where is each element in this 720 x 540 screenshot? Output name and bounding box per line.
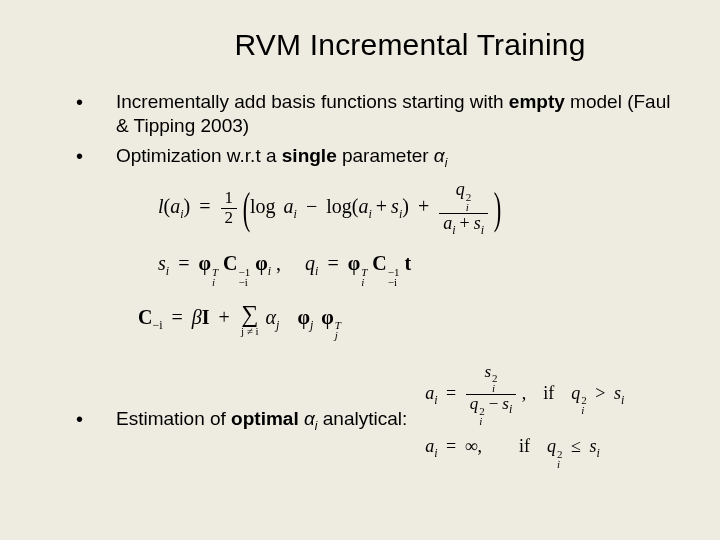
equation-s-q: si = φTi C−1−i φi , qi = φTi C−1−i t: [158, 244, 672, 287]
bullet-3-alpha: α: [304, 408, 315, 429]
bullet-2-bold: single: [282, 145, 337, 166]
equation-C: C−i = βI + ∑j ≠ i αj φjφTj: [138, 298, 672, 341]
equation-block: l(ai) = 12 (logai − log(ai+si) + q2iai+s…: [158, 180, 672, 341]
slide-title: RVM Incremental Training: [48, 28, 672, 62]
bullet-1-pre: Incrementally add basis functions starti…: [116, 91, 509, 112]
bullet-3-bold: optimal: [231, 408, 299, 429]
bullet-2-alpha: α: [434, 145, 445, 166]
bullet-2-pre: Optimization w.r.t a: [116, 145, 282, 166]
bullet-2: Optimization w.r.t a single parameter αi: [76, 144, 672, 171]
bullet-2-post: parameter: [337, 145, 434, 166]
bullet-2-alpha-sub: i: [445, 155, 448, 169]
bullet-1: Incrementally add basis functions starti…: [76, 90, 672, 138]
bullet-list: Incrementally add basis functions starti…: [76, 90, 672, 170]
bullet-3: Estimation of optimal αi analytical:: [76, 407, 407, 434]
equation-l: l(ai) = 12 (logai − log(ai+si) + q2iai+s…: [158, 180, 672, 236]
bullet-1-bold: empty: [509, 91, 565, 112]
piecewise-case-2: ai = ∞, if q2i ≤ si: [425, 434, 624, 469]
bullet-3-row: Estimation of optimal αi analytical: ai …: [76, 363, 672, 478]
slide: RVM Incremental Training Incrementally a…: [0, 0, 720, 540]
bullet-3-post2: analytical:: [317, 408, 407, 429]
bullet-3-pre: Estimation of: [116, 408, 231, 429]
piecewise-case-1: ai = s2i q2i−si , if q2i > si: [425, 363, 624, 427]
equation-piecewise: ai = s2i q2i−si , if q2i > si ai = ∞, if: [425, 363, 624, 478]
